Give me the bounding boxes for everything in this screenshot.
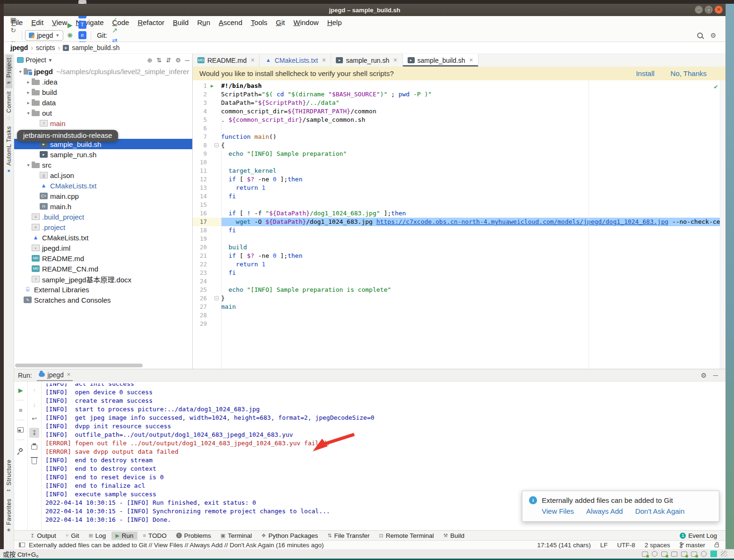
tree-item--idea[interactable]: ▸.idea: [14, 76, 192, 87]
code-line-29[interactable]: 29: [193, 320, 720, 328]
git-branch[interactable]: master: [680, 542, 705, 549]
breadcrumb-item[interactable]: jpegd: [10, 44, 28, 51]
code-line-2[interactable]: 2ScriptPath="$( cd "$(dirname "$BASH_SOU…: [193, 90, 720, 99]
stripe-item-commit[interactable]: Commit◌: [6, 88, 12, 123]
notification-link-don-t-ask-again[interactable]: Don't Ask Again: [635, 507, 685, 515]
toolwindow-toggle-icon[interactable]: [19, 543, 25, 547]
notification-link-always-add[interactable]: Always Add: [586, 507, 623, 515]
menu-window[interactable]: Window: [290, 17, 322, 28]
expand-all-icon[interactable]: ⇅: [156, 57, 162, 64]
gear-icon[interactable]: ⚙: [701, 372, 707, 379]
tree-item-external-libraries[interactable]: ⌸External Libraries: [14, 284, 192, 295]
locate-icon[interactable]: ⊕: [147, 57, 152, 64]
layout-icon[interactable]: [16, 425, 26, 435]
code-line-27[interactable]: 27main: [193, 303, 720, 311]
close-icon[interactable]: ✕: [250, 57, 255, 63]
code-line-7[interactable]: 7function main(): [193, 133, 720, 141]
menu-help[interactable]: Help: [324, 17, 346, 28]
code-line-24[interactable]: 24: [193, 277, 720, 286]
tree-item-data[interactable]: ▸data: [14, 97, 192, 108]
close-icon[interactable]: ✕: [393, 57, 397, 63]
close-icon[interactable]: ✕: [67, 372, 71, 378]
sync-icon[interactable]: ↻: [8, 25, 19, 35]
code-line-14[interactable]: 14 fi: [193, 192, 720, 201]
code-line-8[interactable]: 8‒{: [193, 141, 720, 150]
tree-chevron-icon[interactable]: ▸: [25, 100, 32, 105]
windows-tray-icon[interactable]: [661, 552, 667, 557]
code-line-20[interactable]: 20 build: [193, 243, 720, 252]
toolwindow-tab-python-packages[interactable]: ❖Python Packages: [257, 532, 322, 540]
code-line-21[interactable]: 21 if [ $? -ne 0 ];then: [193, 252, 720, 260]
tree-item-main-cpp[interactable]: C+main.cpp: [14, 191, 192, 201]
hide-icon[interactable]: ─: [185, 57, 189, 64]
code-line-28[interactable]: 28: [193, 311, 720, 320]
indent-setting[interactable]: 2 spaces: [645, 542, 670, 549]
code-line-25[interactable]: 25 echo "[INFO] Sample preparation is co…: [193, 286, 720, 294]
pin-icon[interactable]: [16, 445, 26, 455]
chevron-down-icon[interactable]: ▼: [48, 58, 53, 63]
project-panel-header[interactable]: Project ▼ ⊕ ⇅ ⇵ ⚙ ─: [14, 54, 192, 66]
tree-item--build-project[interactable]: ≡.build_project: [14, 212, 192, 222]
tree-item-sample-jpegd-docx[interactable]: ?sample_jpegd基本原理.docx: [14, 274, 192, 284]
close-button[interactable]: ✕: [715, 6, 723, 14]
profiler-t-icon[interactable]: T: [77, 20, 88, 30]
debug-icon[interactable]: ❋: [64, 30, 76, 41]
maximize-button[interactable]: ▢: [705, 6, 713, 14]
tree-chevron-icon[interactable]: ▾: [17, 69, 24, 74]
menu-edit[interactable]: Edit: [27, 17, 47, 28]
notification-popup[interactable]: i Externally added files can be added to…: [522, 491, 719, 522]
run-line-icon[interactable]: ▶: [211, 83, 213, 89]
tree-item-cmakelists-txt[interactable]: ▲CMakeLists.txt: [14, 180, 192, 191]
menu-ascend[interactable]: Ascend: [215, 17, 246, 28]
line-ending[interactable]: LF: [600, 542, 608, 549]
code-line-4[interactable]: 4common_script_dir=${THIRDPART_PATH}/com…: [193, 107, 720, 116]
banner-action-install[interactable]: Install: [636, 69, 654, 77]
toolwindow-tab-log[interactable]: ⊞Log: [85, 532, 110, 540]
disk-tray-icon[interactable]: [642, 552, 648, 557]
profiler-e-icon[interactable]: e: [77, 30, 88, 41]
tree-item-acl-json[interactable]: {}acl.json: [14, 170, 192, 180]
toolwindow-tab-problems[interactable]: !Problems: [172, 532, 215, 540]
toolwindow-tab-git[interactable]: ⑂Git: [62, 532, 83, 540]
tree-chevron-icon[interactable]: ▾: [25, 110, 32, 116]
tree-item--project[interactable]: ≡.project: [14, 222, 192, 232]
toolwindow-tab-remote-terminal[interactable]: ⊡Remote Terminal: [375, 532, 437, 540]
user-tray-icon[interactable]: [691, 552, 697, 557]
printer-tray-icon[interactable]: [671, 552, 677, 557]
gear-icon[interactable]: ⚙: [175, 57, 181, 64]
menu-refactor[interactable]: Refactor: [134, 17, 168, 28]
git-push-icon[interactable]: ↗: [109, 25, 120, 35]
tree-item-out[interactable]: ▾out: [14, 108, 192, 118]
search-icon[interactable]: [697, 33, 703, 38]
stripe-item-project[interactable]: Project▰: [6, 55, 12, 88]
code-line-11[interactable]: 11 target_kernel: [193, 167, 720, 175]
tab-sample-build-sh[interactable]: ▸sample_build.sh✕: [403, 54, 478, 67]
collapse-all-icon[interactable]: ⇵: [166, 57, 171, 64]
code-line-17[interactable]: 17 wget -O ${DataPath}/dog1_1024_683.jpg…: [193, 218, 720, 226]
stop-icon[interactable]: ■: [16, 405, 26, 415]
caret-position[interactable]: 17:145 (141 chars): [537, 542, 590, 549]
breadcrumb-item[interactable]: scripts: [36, 44, 55, 51]
sticky-note-icon[interactable]: [710, 551, 717, 557]
close-icon[interactable]: ✕: [322, 57, 326, 63]
tab-cmakelists-txt[interactable]: ▲CMakeLists.txt✕: [260, 54, 331, 67]
soft-wrap-icon[interactable]: ↩: [29, 414, 39, 424]
tree-chevron-icon[interactable]: ▾: [25, 162, 32, 168]
close-icon[interactable]: ✕: [469, 57, 473, 63]
code-line-1[interactable]: 1▶#!/bin/bash: [193, 82, 720, 90]
code-line-22[interactable]: 22 return 1: [193, 260, 720, 269]
disc-tray-icon[interactable]: [701, 551, 707, 557]
banner-action-no-thanks[interactable]: No, Thanks: [671, 69, 707, 77]
lock-icon[interactable]: [715, 544, 719, 547]
status-message[interactable]: Externally added files can be added to G…: [29, 542, 324, 549]
rerun-icon[interactable]: ▶: [16, 385, 26, 395]
code-editor[interactable]: 1▶#!/bin/bash2ScriptPath="$( cd "$(dirna…: [193, 80, 725, 369]
title-bar[interactable]: jpegd – sample_build.sh – ▢ ✕: [4, 4, 725, 16]
code-line-6[interactable]: 6: [193, 124, 720, 133]
tree-item-main-h[interactable]: Hmain.h: [14, 201, 192, 212]
clear-icon[interactable]: [29, 456, 39, 466]
tree-item-cmakelists-txt[interactable]: ▲CMakeLists.txt: [14, 232, 192, 243]
code-line-15[interactable]: 15: [193, 201, 720, 209]
settings-icon[interactable]: ⚙: [708, 30, 719, 41]
print-icon[interactable]: [29, 442, 39, 452]
